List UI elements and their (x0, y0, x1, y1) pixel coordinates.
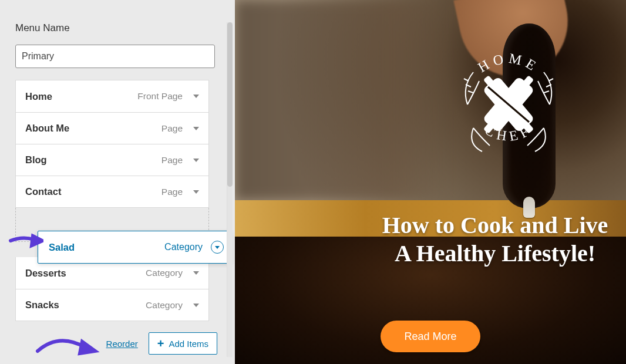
add-items-button[interactable]: + Add Items (149, 332, 217, 355)
add-items-label: Add Items (169, 339, 208, 349)
menu-items-list: Desserts Category Snacks Category (15, 257, 209, 321)
menu-item-label: Blog (25, 154, 157, 166)
svg-text:CHEF: CHEF (482, 122, 534, 144)
read-more-button[interactable]: Read More (381, 321, 480, 352)
menu-item-home[interactable]: Home Front Page (16, 80, 208, 112)
menu-item-type: Page (161, 123, 183, 134)
chevron-down-icon (193, 304, 199, 307)
menu-item-label: Contact (25, 186, 157, 197)
annotation-arrow-icon (8, 228, 43, 251)
menu-item-about[interactable]: About Me Page (16, 112, 208, 144)
site-logo: HOME CHEF (450, 46, 567, 163)
hero-headline: How to Cook and Live A Healthy Lifestyle… (364, 211, 626, 268)
menu-item-salad-dragging[interactable]: Salad Category (38, 231, 231, 264)
menu-item-type: Page (161, 155, 183, 166)
headline-line2: A Healthy Lifestyle! (364, 240, 626, 268)
menu-item-type: Category (164, 242, 203, 252)
menu-item-label: Salad (49, 242, 160, 253)
logo-text-bottom: CHEF (482, 122, 534, 144)
menu-items-list: Home Front Page About Me Page Blog Page … (15, 80, 209, 208)
hero-background (235, 0, 626, 364)
svg-marker-0 (32, 236, 42, 245)
scrollbar-thumb[interactable] (227, 22, 233, 187)
reorder-link[interactable]: Reorder (106, 339, 138, 349)
chevron-down-icon (193, 95, 199, 98)
menu-item-label: About Me (25, 123, 157, 134)
menu-actions: Reorder + Add Items (15, 330, 224, 357)
menu-item-type: Category (146, 300, 183, 311)
menu-item-label: Home (25, 91, 133, 102)
chevron-down-icon (193, 190, 199, 194)
menu-item-type: Front Page (137, 91, 183, 102)
menu-item-snacks[interactable]: Snacks Category (16, 289, 208, 321)
sidebar-scrollbar[interactable] (227, 22, 233, 357)
plus-icon: + (157, 338, 164, 349)
menu-item-type: Category (146, 268, 183, 278)
menu-item-label: Desserts (25, 268, 141, 279)
menu-name-input[interactable] (15, 45, 215, 68)
chevron-down-icon (193, 159, 199, 162)
headline-line1: How to Cook and Live (364, 211, 626, 240)
menu-item-label: Snacks (25, 299, 141, 311)
menu-name-label: Menu Name (15, 22, 224, 34)
menu-item-contact[interactable]: Contact Page (16, 176, 208, 207)
customizer-sidebar: Menu Name Home Front Page About Me Page … (0, 0, 235, 364)
site-preview: HOME CHEF How to Cook and Live A Healthy… (235, 0, 626, 364)
svg-text:HOME: HOME (475, 50, 541, 75)
chevron-down-icon (193, 271, 199, 275)
chevron-down-icon (193, 127, 199, 130)
menu-item-type: Page (161, 187, 183, 197)
menu-item-blog[interactable]: Blog Page (16, 144, 208, 176)
chevron-down-icon[interactable] (211, 241, 224, 254)
logo-text-top: HOME (475, 50, 541, 75)
